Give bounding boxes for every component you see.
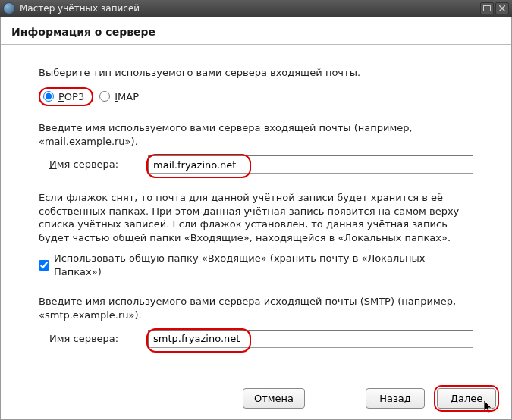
server-type-radios: POP3 IMAP bbox=[39, 87, 473, 107]
main-panel: Выберите тип используемого вами сервера … bbox=[1, 45, 511, 379]
global-inbox-label: Использовать общую папку «Входящие» (хра… bbox=[54, 252, 473, 278]
incoming-instruction: Введите имя используемого вами сервера в… bbox=[39, 121, 473, 148]
page-title: Информация о сервере bbox=[1, 17, 511, 44]
outgoing-server-row: Имя сервера: bbox=[49, 330, 473, 348]
svg-rect-0 bbox=[484, 6, 491, 11]
radio-imap[interactable]: IMAP bbox=[98, 87, 143, 107]
global-inbox-checkbox[interactable] bbox=[39, 260, 49, 271]
outgoing-instruction: Введите имя используемого вами сервера и… bbox=[39, 295, 473, 321]
radio-imap-label: IMAP bbox=[115, 90, 139, 104]
select-type-text: Выберите тип используемого вами сервера … bbox=[39, 66, 473, 80]
next-button[interactable]: Далее bbox=[437, 388, 496, 409]
radio-imap-input[interactable] bbox=[99, 91, 110, 102]
incoming-server-row: Имя сервера: bbox=[49, 155, 473, 174]
content-area: Информация о сервере Выберите тип исполь… bbox=[0, 17, 512, 420]
app-icon bbox=[3, 2, 15, 14]
radio-pop3-input[interactable] bbox=[43, 91, 54, 102]
outgoing-server-input[interactable] bbox=[148, 330, 473, 348]
window-title: Мастер учётных записей bbox=[20, 3, 480, 14]
section-divider bbox=[39, 183, 473, 183]
maximize-icon[interactable] bbox=[480, 2, 494, 14]
incoming-server-input[interactable] bbox=[148, 155, 473, 174]
global-inbox-info: Если флажок снят, то почта для данной уч… bbox=[39, 191, 473, 244]
cancel-button[interactable]: Отмена bbox=[243, 388, 305, 409]
button-bar: Отмена Назад Далее bbox=[1, 379, 511, 419]
titlebar: Мастер учётных записей bbox=[0, 0, 512, 17]
outgoing-label: Имя сервера: bbox=[49, 332, 140, 346]
radio-pop3-label: POP3 bbox=[58, 90, 84, 104]
back-button[interactable]: Назад bbox=[366, 388, 425, 409]
incoming-label: Имя сервера: bbox=[49, 158, 140, 171]
close-icon[interactable] bbox=[495, 2, 509, 14]
global-inbox-checkbox-row[interactable]: Использовать общую папку «Входящие» (хра… bbox=[39, 252, 473, 278]
radio-pop3[interactable]: POP3 bbox=[39, 87, 93, 107]
wizard-window: Мастер учётных записей Информация о серв… bbox=[0, 0, 512, 420]
